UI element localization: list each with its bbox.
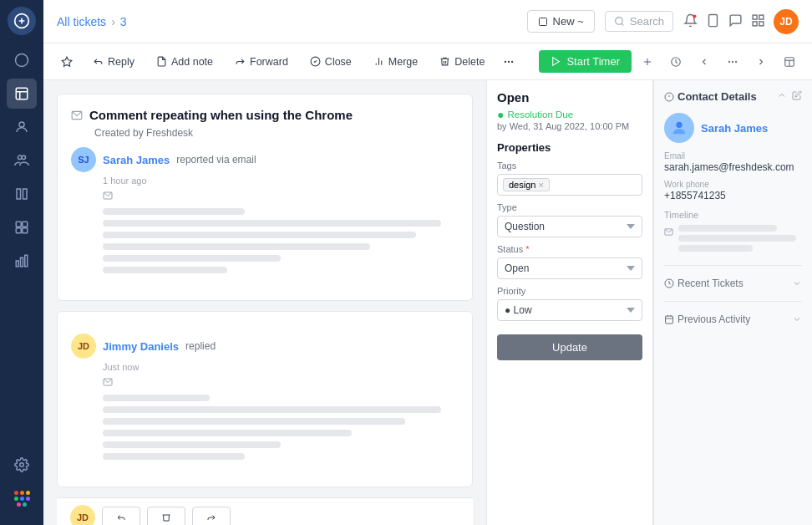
svg-rect-12 — [25, 255, 28, 267]
notification-icon[interactable] — [683, 13, 698, 30]
more-options-button[interactable] — [497, 51, 520, 73]
priority-select[interactable]: ● Low ● Medium ● High ● Urgent — [497, 299, 642, 321]
timeline-email-icon — [664, 227, 673, 239]
chat-icon[interactable] — [728, 13, 743, 30]
status-label: Open — [497, 90, 642, 104]
forward-button[interactable]: Forward — [226, 51, 297, 73]
contact-name[interactable]: Sarah James — [701, 122, 768, 135]
status-field-label: Status * — [497, 244, 642, 254]
new-button[interactable]: New ~ — [527, 10, 595, 33]
next-button[interactable] — [749, 49, 774, 74]
svg-point-3 — [19, 122, 24, 127]
status-required: * — [525, 244, 529, 254]
design-tag[interactable]: design × — [503, 178, 550, 191]
layout-button[interactable] — [777, 49, 802, 74]
close-button[interactable]: Close — [301, 51, 361, 73]
layout-icon — [784, 56, 795, 68]
ticket-agent: Freshdesk — [146, 127, 193, 139]
reply-sender-name[interactable]: Jimmy Daniels — [103, 340, 179, 353]
nav-item-modules[interactable] — [7, 212, 37, 242]
update-button[interactable]: Update — [497, 334, 642, 360]
svg-rect-18 — [753, 15, 757, 19]
tags-input[interactable]: design × — [497, 174, 642, 196]
reply-action-reply[interactable] — [102, 507, 140, 525]
add-note-button[interactable]: Add note — [147, 51, 222, 73]
email-label: Email — [664, 151, 802, 161]
sender-name[interactable]: Sarah James — [103, 154, 170, 166]
type-select[interactable]: Question Incident Problem Feature Reques… — [497, 216, 642, 237]
grid-icon[interactable] — [751, 13, 765, 30]
reply-action-delete[interactable] — [147, 507, 185, 525]
add-note-icon — [156, 56, 167, 67]
clock-icon — [664, 278, 674, 288]
nav-item-reports[interactable] — [7, 246, 37, 276]
prev-button[interactable] — [692, 49, 717, 74]
svg-rect-10 — [16, 261, 18, 267]
ticket-title: Comment repeating when using the Chrome — [89, 108, 353, 122]
svg-rect-2 — [16, 88, 28, 99]
chevron-down-2 — [792, 314, 802, 324]
delete-button[interactable]: Delete — [430, 51, 494, 73]
svg-rect-6 — [16, 222, 21, 227]
close-icon — [310, 56, 321, 67]
collapse-label-1: Recent Tickets — [664, 278, 743, 289]
reply-label: Reply — [108, 56, 134, 68]
contact-panel-header: Contact Details — [664, 90, 802, 103]
nav-item-contacts[interactable] — [7, 112, 37, 142]
reply-icon — [93, 56, 104, 67]
sender-avatar: SJ — [71, 147, 96, 172]
merge-button[interactable]: Merge — [364, 51, 427, 73]
status-select[interactable]: Open Pending Resolved Closed — [497, 257, 642, 279]
more-nav-button[interactable] — [720, 49, 745, 74]
merge-label: Merge — [388, 56, 418, 68]
play-icon — [551, 56, 561, 67]
forward-icon — [235, 56, 246, 67]
timeline-content — [678, 225, 802, 257]
nav-item-groups[interactable] — [7, 145, 37, 176]
ticket-main-card: Comment repeating when using the Chrome … — [57, 94, 473, 301]
edit-contact-icon[interactable] — [792, 90, 802, 103]
timer-icon-btn[interactable] — [663, 49, 688, 74]
svg-point-1 — [16, 54, 28, 67]
search-placeholder: Search — [630, 15, 664, 28]
nav-dots[interactable] — [7, 483, 37, 513]
message-skeleton-1 — [103, 208, 459, 273]
svg-rect-19 — [759, 15, 764, 19]
reply-card: JD Jimmy Daniels replied Just now — [57, 311, 473, 487]
nav-item-settings[interactable] — [7, 450, 37, 480]
nav-item-tickets[interactable] — [7, 79, 37, 109]
top-bar: All tickets › 3 New ~ Search — [43, 0, 812, 43]
breadcrumb-link[interactable]: All tickets — [57, 15, 106, 28]
tags-label: Tags — [497, 161, 642, 171]
user-avatar[interactable]: JD — [774, 9, 799, 34]
reply-email-icon — [103, 377, 459, 390]
collapse-section-1[interactable]: Recent Tickets — [664, 274, 802, 293]
star-icon — [61, 56, 73, 68]
breadcrumb[interactable]: All tickets › 3 — [57, 15, 127, 28]
chevron-down-1 — [792, 278, 802, 288]
reply-bar-forward-icon — [206, 512, 216, 522]
collapse-section-2[interactable]: Previous Activity — [664, 310, 802, 329]
svg-point-15 — [615, 18, 622, 25]
chevron-left-icon — [699, 57, 709, 67]
tag-remove[interactable]: × — [538, 180, 543, 190]
resolution-date: by Wed, 31 Aug 2022, 10:00 PM — [497, 121, 642, 131]
nav-item-book[interactable] — [7, 179, 37, 209]
add-note-label: Add note — [171, 56, 213, 68]
svg-marker-22 — [62, 57, 72, 66]
user-initials: JD — [779, 16, 792, 28]
svg-marker-30 — [553, 58, 560, 66]
search-bar[interactable]: Search — [605, 11, 673, 32]
delete-label: Delete — [454, 56, 485, 68]
app-logo[interactable] — [8, 7, 36, 35]
phone-icon[interactable] — [706, 13, 720, 30]
start-timer-button[interactable]: Start Timer — [539, 50, 632, 73]
reply-button[interactable]: Reply — [84, 51, 144, 73]
svg-point-46 — [676, 122, 682, 128]
collapse-icon[interactable] — [777, 90, 787, 103]
star-button[interactable] — [53, 51, 80, 73]
reply-action-forward[interactable] — [192, 507, 231, 525]
chevron-right-icon — [756, 57, 766, 67]
nav-item-home[interactable] — [7, 45, 37, 75]
add-button[interactable] — [635, 49, 660, 74]
